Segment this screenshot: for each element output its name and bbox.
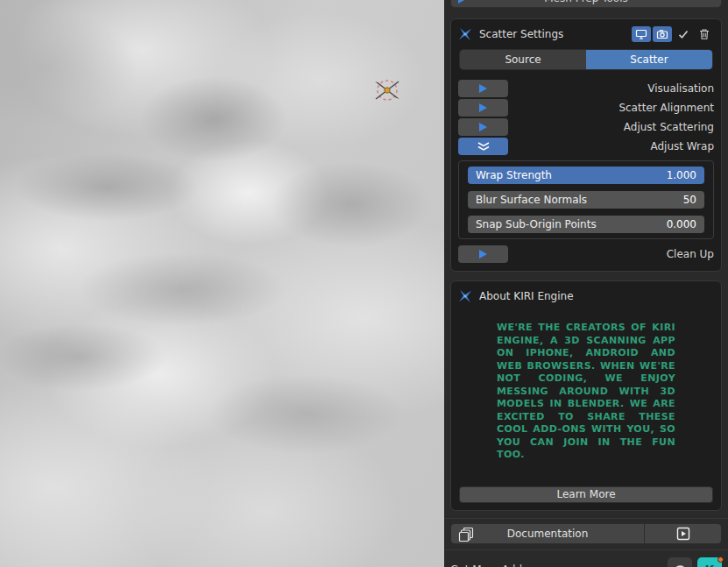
empty-axes-gizmo[interactable] bbox=[371, 74, 403, 106]
get-more-addons-label: Get More Addons bbox=[450, 563, 541, 567]
separator bbox=[444, 549, 728, 550]
visualisation-expand-button[interactable] bbox=[458, 80, 508, 97]
kiri-app-button[interactable]: K bbox=[697, 557, 722, 567]
separator bbox=[444, 518, 728, 519]
play-triangle-icon bbox=[478, 122, 488, 132]
about-kiri-engine-panel: About KIRI Engine WE'RE THE CREATORS OF … bbox=[450, 280, 722, 511]
adjust-scattering-label: Adjust Scattering bbox=[624, 121, 714, 133]
kiri-app-icon: K bbox=[705, 563, 715, 567]
scatter-alignment-expand-button[interactable] bbox=[458, 99, 508, 117]
adjust-wrap-label: Adjust Wrap bbox=[650, 140, 714, 152]
snap-sub-origin-points-slider[interactable]: Snap Sub-Origin Points 0.000 bbox=[468, 216, 704, 233]
section-row-adjust-wrap: Adjust Wrap bbox=[458, 137, 714, 156]
double-chevron-down-icon bbox=[476, 140, 491, 152]
video-tutorial-icon bbox=[676, 527, 690, 541]
scatter-alignment-label: Scatter Alignment bbox=[618, 102, 714, 114]
kiri-logo-icon bbox=[458, 27, 472, 41]
snap-sub-origin-points-label: Snap Sub-Origin Points bbox=[476, 218, 597, 230]
scatter-settings-header[interactable]: Scatter Settings bbox=[458, 23, 714, 46]
kiri-logo-icon bbox=[458, 289, 472, 303]
superhive-bee-icon bbox=[672, 562, 688, 567]
addon-store-buttons: K bbox=[668, 557, 722, 567]
apply-button[interactable] bbox=[674, 26, 693, 42]
mesh-prep-tools-button[interactable]: Mesh Prep Tools bbox=[450, 0, 722, 8]
superhive-market-button[interactable] bbox=[668, 557, 692, 567]
clean-up-label: Clean Up bbox=[667, 248, 714, 260]
learn-more-button[interactable]: Learn More bbox=[459, 486, 713, 503]
video-tutorial-button[interactable] bbox=[644, 524, 721, 543]
adjust-wrap-settings-box: Wrap Strength 1.000 Blur Surface Normals… bbox=[458, 160, 714, 239]
trash-icon bbox=[698, 28, 710, 40]
blur-surface-normals-value: 50 bbox=[683, 194, 696, 206]
documentation-label: Documentation bbox=[451, 528, 644, 540]
adjust-wrap-collapse-button[interactable] bbox=[458, 138, 508, 155]
render-camera-toggle[interactable] bbox=[653, 26, 672, 42]
play-triangle-icon bbox=[457, 0, 467, 4]
clean-up-expand-button[interactable] bbox=[458, 245, 508, 263]
snap-sub-origin-points-value: 0.000 bbox=[667, 218, 696, 230]
about-panel-header[interactable]: About KIRI Engine bbox=[458, 285, 714, 308]
get-more-addons-row: Get More Addons K bbox=[450, 556, 722, 567]
wrap-strength-value: 1.000 bbox=[667, 169, 696, 181]
pages-icon bbox=[458, 527, 474, 542]
check-icon bbox=[677, 28, 689, 40]
documentation-row: Documentation bbox=[450, 523, 722, 544]
play-triangle-icon bbox=[478, 249, 488, 259]
about-body-text: WE'RE THE CREATORS OF KIRI ENGINE, A 3D … bbox=[497, 322, 675, 462]
tab-source-label: Source bbox=[505, 53, 541, 66]
section-row-scatter-alignment: Scatter Alignment bbox=[458, 98, 714, 117]
mesh-prep-tools-label: Mesh Prep Tools bbox=[544, 0, 627, 4]
delete-button[interactable] bbox=[695, 26, 714, 42]
documentation-button[interactable]: Documentation bbox=[451, 524, 644, 543]
play-triangle-icon bbox=[478, 103, 488, 113]
camera-icon bbox=[656, 28, 668, 40]
blur-surface-normals-label: Blur Surface Normals bbox=[476, 194, 587, 206]
source-scatter-tabs: Source Scatter bbox=[459, 49, 713, 70]
display-icon bbox=[635, 28, 647, 40]
wrap-strength-label: Wrap Strength bbox=[476, 169, 552, 181]
section-row-visualisation: Visualisation bbox=[458, 79, 714, 98]
3d-viewport[interactable] bbox=[0, 0, 444, 567]
notification-dot-icon bbox=[717, 556, 724, 563]
play-triangle-icon bbox=[478, 83, 488, 94]
tab-scatter[interactable]: Scatter bbox=[586, 50, 712, 69]
sidebar: Mesh Prep Tools Scatter Settings bbox=[444, 0, 728, 567]
tab-scatter-label: Scatter bbox=[630, 53, 668, 66]
section-row-clean-up: Clean Up bbox=[458, 245, 714, 264]
wrap-strength-slider[interactable]: Wrap Strength 1.000 bbox=[468, 167, 704, 184]
blur-surface-normals-slider[interactable]: Blur Surface Normals 50 bbox=[468, 191, 704, 209]
visualisation-label: Visualisation bbox=[647, 82, 714, 95]
tab-source[interactable]: Source bbox=[460, 50, 586, 69]
viewport-display-toggle[interactable] bbox=[632, 26, 651, 42]
section-row-adjust-scattering: Adjust Scattering bbox=[458, 117, 714, 137]
panel-title: About KIRI Engine bbox=[479, 290, 574, 302]
scatter-settings-panel: Scatter Settings Source Scatter bbox=[450, 18, 722, 272]
panel-title: Scatter Settings bbox=[479, 28, 563, 40]
learn-more-label: Learn More bbox=[556, 488, 615, 500]
adjust-scattering-expand-button[interactable] bbox=[458, 118, 508, 136]
header-toggles bbox=[632, 26, 714, 42]
